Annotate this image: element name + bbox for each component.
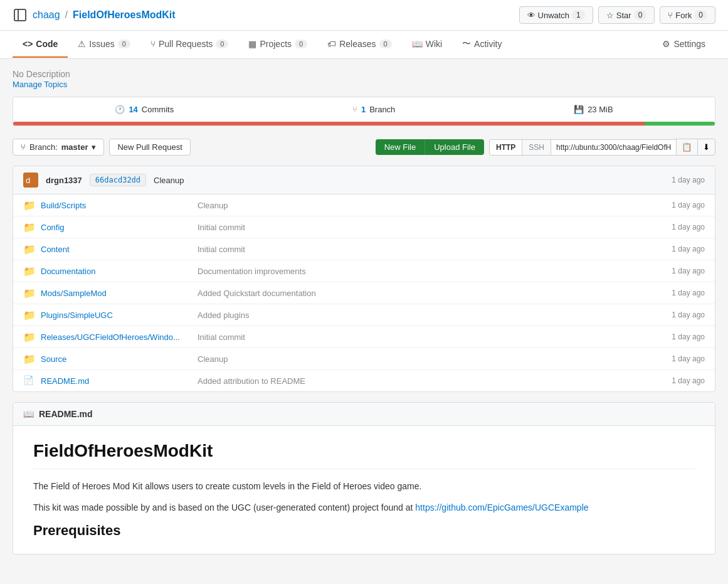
readme-p2-link[interactable]: https://github.com/EpicGames/UGCExample (415, 502, 588, 512)
pr-badge: 0 (216, 40, 228, 48)
tab-wiki[interactable]: 📖 Wiki (402, 31, 452, 58)
file-commit-link[interactable]: Documentation improvements (198, 267, 306, 276)
fork-count: 0 (694, 10, 707, 20)
file-name-link[interactable]: README.md (41, 376, 89, 386)
repo-link[interactable]: FieldOfHeroesModKit (73, 9, 176, 21)
folder-icon: 📁 (23, 287, 34, 299)
folder-icon: 📁 (23, 353, 34, 364)
main-content: No Description Manage Topics 🕐 14 Commit… (0, 59, 728, 565)
tab-activity[interactable]: 〜 Activity (452, 31, 512, 58)
download-icon: ⬇ (703, 142, 710, 152)
file-row: 📁Plugins/SimpleUGCAdded plugins1 day ago (13, 304, 715, 326)
file-name-link[interactable]: Content (41, 245, 70, 254)
fork-label: Fork (675, 11, 692, 20)
file-commit-link[interactable]: Initial commit (198, 332, 245, 342)
tab-settings[interactable]: ⚙ Settings (652, 31, 715, 58)
download-button[interactable]: ⬇ (697, 139, 715, 156)
clone-url-input[interactable] (551, 139, 676, 156)
wiki-icon: 📖 (412, 39, 423, 49)
file-row: 📁Mods/SampleModAdded Quickstart document… (13, 282, 715, 304)
new-file-button[interactable]: New File (376, 139, 425, 155)
commits-stat[interactable]: 🕐 14 Commits (115, 105, 174, 114)
file-time: 1 day ago (642, 332, 705, 341)
commits-label: Commits (142, 105, 174, 114)
file-name-link[interactable]: Documentation (41, 267, 95, 276)
tab-issues-label: Issues (89, 39, 114, 49)
tab-releases-label: Releases (339, 39, 376, 49)
new-pull-request-button[interactable]: New Pull Request (109, 139, 190, 156)
issues-badge: 0 (118, 40, 130, 48)
language-progress-bar (13, 122, 715, 125)
unwatch-button[interactable]: 👁 Unwatch 1 (519, 6, 593, 24)
branch-stat[interactable]: ⑂ 1 Branch (352, 105, 395, 114)
file-action-group: New File Upload File (376, 139, 484, 155)
fork-icon: ⑂ (668, 11, 673, 20)
language-segment-green (645, 122, 715, 125)
tab-settings-label: Settings (673, 39, 705, 49)
file-name-link[interactable]: Releases/UGCFieldOfHeroes/Windo... (41, 332, 180, 342)
file-time: 1 day ago (642, 245, 705, 253)
repo-size: 23 MiB (588, 105, 613, 114)
readme-p1-text: The Field of Heroes Mod Kit allows users… (33, 481, 421, 491)
ssh-clone-button[interactable]: SSH (522, 139, 551, 156)
branch-label: Branch (369, 105, 395, 114)
folder-icon: 📁 (23, 243, 34, 255)
commits-count: 14 (129, 105, 137, 114)
file-commit-link[interactable]: Initial commit (198, 245, 245, 254)
tab-code[interactable]: <> Code (13, 31, 68, 58)
unwatch-label: Unwatch (538, 11, 570, 20)
file-time: 1 day ago (642, 201, 705, 210)
file-commit-link[interactable]: Cleanup (198, 354, 228, 364)
tab-wiki-label: Wiki (426, 39, 442, 49)
header-left: chaag / FieldOfHeroesModKit (13, 8, 176, 23)
branch-selector[interactable]: ⑂ Branch: master ▾ (13, 139, 104, 156)
folder-icon: 📁 (23, 265, 34, 277)
http-clone-button[interactable]: HTTP (489, 139, 522, 156)
branch-selector-name: master (61, 142, 88, 152)
file-commit-link[interactable]: Cleanup (198, 201, 228, 210)
tab-pullrequests[interactable]: ⑂ Pull Requests 0 (140, 31, 239, 58)
fork-button[interactable]: ⑂ Fork 0 (660, 6, 715, 24)
issues-icon: ⚠ (78, 39, 86, 49)
folder-icon: 📁 (23, 199, 34, 211)
stats-row: 🕐 14 Commits ⑂ 1 Branch 💾 23 MiB (13, 97, 715, 122)
commit-author[interactable]: drgn1337 (46, 176, 82, 185)
file-time: 1 day ago (642, 311, 705, 319)
star-label: Star (616, 11, 631, 20)
file-commit-link[interactable]: Added Quickstart documentation (198, 289, 316, 298)
file-commit-link[interactable]: Added plugins (198, 311, 249, 320)
file-row: 📁ContentInitial commit1 day ago (13, 238, 715, 260)
upload-file-button[interactable]: Upload File (425, 139, 484, 155)
file-name-link[interactable]: Plugins/SimpleUGC (41, 311, 113, 320)
tab-issues[interactable]: ⚠ Issues 0 (68, 31, 140, 58)
copy-url-button[interactable]: 📋 (676, 139, 697, 156)
file-name-link[interactable]: Source (41, 354, 66, 364)
file-doc-icon: 📄 (23, 375, 34, 386)
file-commit-link[interactable]: Initial commit (198, 223, 245, 232)
code-icon: <> (23, 39, 33, 49)
star-button[interactable]: ☆ Star 0 (598, 6, 655, 24)
readme-header: 📖 README.md (13, 403, 715, 426)
header: chaag / FieldOfHeroesModKit 👁 Unwatch 1 … (0, 0, 728, 31)
tab-releases[interactable]: 🏷 Releases 0 (317, 31, 402, 58)
file-row: 📁ConfigInitial commit1 day ago (13, 216, 715, 238)
tab-projects[interactable]: ▦ Projects 0 (238, 31, 317, 58)
file-name-link[interactable]: Build/Scripts (41, 201, 86, 210)
file-name-link[interactable]: Config (41, 223, 65, 232)
activity-icon: 〜 (462, 38, 471, 50)
stats-bar: 🕐 14 Commits ⑂ 1 Branch 💾 23 MiB (13, 97, 715, 126)
file-time: 1 day ago (642, 267, 705, 275)
branch-count: 1 (361, 105, 366, 114)
file-row: 📁DocumentationDocumentation improvements… (13, 260, 715, 282)
org-link[interactable]: chaag (33, 9, 60, 21)
file-commit-link[interactable]: Added attribution to README (198, 376, 305, 386)
file-row: 📁Releases/UGCFieldOfHeroes/Windo...Initi… (13, 326, 715, 348)
header-actions: 👁 Unwatch 1 ☆ Star 0 ⑂ Fork 0 (519, 6, 715, 24)
file-row: 📁Build/ScriptsCleanup1 day ago (13, 194, 715, 216)
branch-icon: ⑂ (352, 105, 357, 114)
star-count: 0 (634, 10, 647, 20)
commit-hash[interactable]: 66dacd32dd (90, 174, 146, 186)
eye-icon: 👁 (527, 11, 535, 20)
manage-topics-link[interactable]: Manage Topics (13, 80, 67, 89)
file-name-link[interactable]: Mods/SampleMod (41, 289, 107, 298)
